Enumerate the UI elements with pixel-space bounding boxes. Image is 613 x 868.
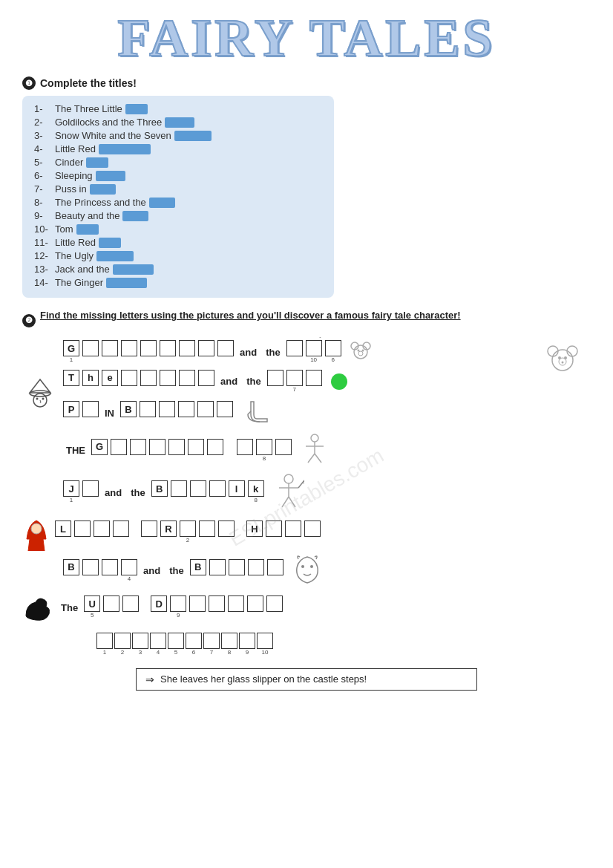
puzzle-cell — [197, 401, 214, 417]
puzzle-cell — [141, 521, 157, 537]
page-title: FAIRY TALES — [22, 7, 591, 69]
answer-cell — [168, 633, 184, 649]
puzzle-cell — [102, 340, 118, 356]
title-blank — [106, 278, 147, 288]
puzzle-cell — [102, 559, 118, 575]
answer-cell — [132, 633, 148, 649]
puzzle-cell — [121, 559, 137, 575]
connector-the: the — [243, 376, 264, 387]
connector-in: IN — [102, 408, 117, 419]
puzzle-cell — [121, 370, 137, 386]
svg-point-17 — [361, 349, 364, 351]
svg-point-15 — [358, 351, 363, 356]
list-item: 13- Jack and the — [34, 264, 322, 275]
puzzle-cell: k — [248, 480, 264, 497]
answer-cell — [203, 633, 220, 649]
title-blank — [165, 117, 194, 128]
connector-the: The — [58, 602, 81, 613]
title-blank — [99, 238, 121, 248]
puzzle-cell — [171, 480, 187, 497]
puzzle-cell: B — [63, 559, 79, 575]
puzzle-cell — [140, 340, 157, 356]
row6-wrapper: L R 2 H — [22, 517, 591, 553]
puzzle-cell — [149, 439, 165, 455]
title-blank — [149, 198, 175, 208]
answer-hint-box: ⇒ She leaves her glass slipper on the ca… — [136, 668, 477, 691]
puzzle-cell — [229, 559, 245, 575]
list-item: 6- Sleeping — [34, 170, 322, 181]
puzzle-cell — [209, 559, 226, 575]
puzzle-cell — [170, 595, 186, 612]
puzzle-row-1: G 1 and the - 10 6 — [63, 339, 591, 365]
puzzle-cell: T — [63, 370, 79, 386]
list-item: 2- Goldilocks and the Three — [34, 117, 322, 128]
title-blank — [99, 144, 151, 154]
puzzle-row-8: The U5 D 9 — [58, 595, 283, 619]
svg-point-12 — [354, 345, 367, 359]
svg-point-18 — [311, 434, 318, 442]
puzzle-cell — [180, 521, 196, 537]
puzzle-cell — [267, 559, 283, 575]
svg-line-27 — [289, 497, 295, 507]
svg-point-11 — [42, 397, 45, 399]
puzzle-cell — [325, 340, 341, 356]
puzzle-cell — [217, 340, 234, 356]
puzzle-cell: B — [151, 480, 168, 497]
svg-point-32 — [310, 565, 313, 568]
puzzle-cell — [190, 480, 206, 497]
puzzle-cell — [82, 559, 99, 575]
puzzle-cell — [74, 521, 91, 537]
puzzle-cell: L — [55, 521, 71, 537]
svg-point-30 — [31, 523, 42, 534]
list-item: 8- The Princess and the — [34, 197, 322, 208]
answer-cell — [150, 633, 166, 649]
svg-point-16 — [357, 349, 359, 351]
puzzle-cell: D — [151, 595, 167, 612]
puzzle-cell — [130, 439, 146, 455]
puzzle-cell: e — [102, 370, 118, 386]
gingerbread-icon — [302, 433, 328, 469]
puzzle-cell — [160, 340, 176, 356]
answer-hint-text: She leaves her glass slipper on the cast… — [160, 673, 367, 685]
puzzle-cell — [217, 401, 233, 417]
puzzle-cell — [82, 480, 99, 497]
puzzle-cell — [160, 370, 176, 386]
puzzle-row-7: B 4 and the B — [63, 553, 591, 589]
svg-line-28 — [298, 480, 304, 488]
answer-cell — [239, 633, 255, 649]
puzzle-cell — [94, 521, 110, 537]
puzzle-cell — [168, 439, 185, 455]
svg-point-23 — [284, 474, 293, 483]
title-blank — [90, 184, 116, 195]
puzzle-cell: P — [63, 401, 79, 417]
puzzle-cell — [198, 370, 214, 386]
answer-number-row: 1 2 3 4 5 6 7 8 9 10 — [96, 633, 591, 656]
puzzle-cell — [82, 340, 99, 356]
title-blank — [76, 224, 99, 235]
connector-and: and — [237, 347, 260, 358]
puzzle-cell — [122, 595, 139, 612]
puzzle-cell: U — [84, 595, 100, 612]
puzzle-cell — [247, 595, 263, 612]
puzzle-cell — [256, 439, 272, 455]
connector-the: the — [263, 347, 283, 358]
section2-number: ❷ — [22, 314, 36, 327]
puzzle-cell — [179, 370, 195, 386]
svg-point-6 — [562, 361, 564, 363]
list-item: 14- The Ginger — [34, 277, 322, 288]
connector-and: and — [217, 376, 240, 387]
pea-icon — [331, 373, 347, 390]
title-blank — [86, 157, 108, 168]
puzzle-cell — [237, 439, 253, 455]
puzzle-cell: B — [120, 401, 137, 417]
puzzle-cell — [285, 521, 301, 537]
puzzle-cell — [113, 521, 129, 537]
list-item: 4- Little Red — [34, 143, 322, 154]
svg-point-31 — [301, 565, 304, 568]
list-item: 5- Cinder — [34, 157, 322, 168]
puzzle-cell — [306, 370, 322, 386]
puzzle-cell — [178, 401, 194, 417]
puzzle-row-3: P IN B — [63, 398, 591, 428]
list-item: 9- Beauty and the — [34, 210, 322, 221]
puzzle-cell — [248, 559, 264, 575]
